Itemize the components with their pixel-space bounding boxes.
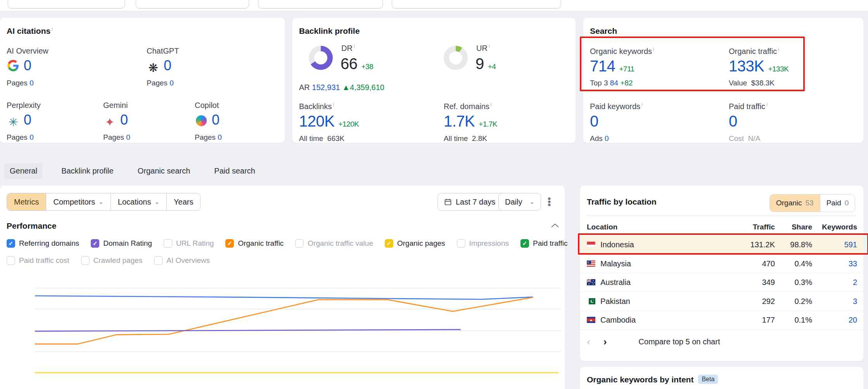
ar-value-link[interactable]: 152,931 [312, 83, 340, 92]
gemini-pages-link[interactable]: 0 [126, 133, 130, 141]
top-input-box-1[interactable] [8, 0, 125, 9]
column-header-keywords: Keywords [822, 223, 857, 231]
traffic-by-location-title: Traffic by location [587, 197, 657, 207]
compare-top5-button[interactable]: Compare top 5 on chart [638, 337, 720, 346]
ar-line: AR 152,931 ▲4,359,610 [299, 83, 384, 92]
cost-line: Cost N/A [729, 134, 760, 143]
chatgpt-pages-link[interactable]: 0 [169, 79, 174, 87]
country-flag-icon [587, 241, 595, 249]
organic-keywords-value[interactable]: 714+711 [590, 57, 635, 75]
keywords-count-link[interactable]: 20 [849, 316, 857, 325]
metric-checkbox[interactable]: Paid traffic cost [7, 256, 69, 265]
info-icon[interactable]: i [333, 102, 334, 107]
copilot-label: Copilot [195, 101, 219, 110]
keywords-count-link[interactable]: 3 [853, 297, 857, 306]
calendar-icon [444, 198, 452, 206]
perplexity-pages: Pages 0 [7, 133, 34, 142]
location-table-row[interactable]: Pakistan 292 0.2% 3 [580, 292, 863, 311]
metric-checkbox[interactable]: Organic traffic value [295, 239, 373, 248]
ads-value-link[interactable]: 0 [605, 134, 609, 142]
copilot-value[interactable]: 0 [195, 112, 220, 130]
performance-title: Performance [7, 221, 56, 231]
keywords-count-link[interactable]: 33 [849, 259, 857, 268]
info-icon[interactable]: i [52, 26, 53, 32]
info-icon[interactable]: i [778, 47, 779, 52]
ai-overview-pages-link[interactable]: 0 [29, 79, 34, 87]
tab-item[interactable]: Organic search [132, 163, 196, 179]
metric-checkbox-row-2: Paid traffic costCrawled pagesAI Overvie… [7, 256, 210, 265]
info-icon[interactable]: i [354, 43, 355, 49]
checkbox-icon [164, 239, 172, 248]
info-icon[interactable]: i [641, 102, 643, 107]
paid-keywords-value[interactable]: 0 [590, 113, 598, 130]
ref-domains-value[interactable]: 1.7K+1.7K [444, 113, 497, 130]
chatgpt-value[interactable]: ❋0 [147, 57, 171, 75]
ai-overview-pages: Pages 0 [7, 79, 34, 87]
metrics-chip[interactable]: Metrics [7, 193, 46, 210]
years-chip[interactable]: Years [167, 193, 200, 210]
info-icon[interactable]: i [766, 102, 768, 107]
prev-page-icon[interactable]: ‹ [587, 336, 590, 348]
metric-checkbox[interactable]: ✓Domain Rating [91, 239, 152, 248]
tab-item[interactable]: Backlink profile [56, 163, 119, 179]
metric-checkbox[interactable]: AI Overviews [154, 256, 210, 265]
metric-checkbox[interactable]: ✓Organic traffic [225, 239, 284, 248]
series-line-referring-domains [35, 296, 533, 299]
overview-main-card: Metrics Competitors⌄ Locations⌄ Years La… [0, 186, 565, 389]
metric-checkbox[interactable]: Crawled pages [81, 256, 143, 265]
next-page-icon[interactable]: › [603, 336, 607, 348]
country-flag-icon [587, 260, 595, 268]
competitors-chip[interactable]: Competitors⌄ [46, 193, 111, 210]
keywords-count-link[interactable]: 591 [844, 240, 857, 249]
tab-item[interactable]: Paid search [209, 163, 261, 179]
metric-checkbox[interactable]: ✓Organic pages [385, 239, 445, 248]
location-table-row[interactable]: Cambodia 177 0.1% 20 [580, 311, 863, 330]
perplexity-icon: ✳ [7, 115, 20, 129]
perplexity-pages-link[interactable]: 0 [29, 133, 34, 141]
top-input-box-4[interactable] [392, 0, 561, 9]
chevron-down-icon: ⌄ [154, 198, 159, 205]
location-table-row[interactable]: Indonesia 131.2K 98.8% 591 [580, 235, 863, 254]
checkbox-icon [154, 256, 163, 265]
perplexity-value[interactable]: ✳0 [7, 112, 31, 129]
country-flag-icon [587, 279, 595, 287]
top3-value-link[interactable]: 84 [610, 79, 618, 87]
intent-card: Organic keywords by intentBeta [580, 367, 863, 389]
more-options-icon[interactable]: ••• [548, 197, 551, 207]
info-icon[interactable]: i [653, 47, 654, 52]
column-header-share: Share [792, 223, 812, 231]
info-icon[interactable]: i [489, 43, 490, 49]
backlink-profile-title: Backlink profile [299, 26, 360, 36]
location-table-row[interactable]: Australia 349 0.3% 2 [580, 273, 863, 292]
collapse-chevron-icon[interactable] [551, 223, 559, 228]
organic-traffic-value[interactable]: 133K+133K [729, 57, 788, 75]
metric-checkbox[interactable]: URL Rating [164, 239, 214, 248]
country-flag-icon [587, 298, 595, 306]
granularity-dropdown[interactable]: Daily⌄ [498, 193, 541, 211]
organic-paid-toggle: Organic53 Paid0 [769, 194, 855, 212]
ai-overview-value[interactable]: 0 [7, 57, 31, 75]
gemini-value[interactable]: ✦0 [103, 112, 128, 129]
metric-checkbox[interactable]: ✓Paid traffic [520, 239, 567, 248]
top-input-box-2[interactable] [136, 0, 249, 9]
metric-checkbox[interactable]: ✓Referring domains [7, 239, 79, 248]
toggle-paid[interactable]: Paid0 [820, 194, 855, 212]
info-icon[interactable]: i [491, 102, 492, 107]
dashboard-screen: AI citationsi AI Overview 0 Pages 0 Chat… [0, 0, 868, 389]
divider [587, 215, 857, 215]
locations-chip[interactable]: Locations⌄ [111, 193, 167, 210]
top3-line: Top 3 84 +82 [590, 79, 633, 87]
paid-traffic-value[interactable]: 0 [729, 113, 737, 130]
toggle-organic[interactable]: Organic53 [770, 194, 820, 212]
top-input-box-3[interactable] [258, 0, 383, 9]
chatgpt-pages: Pages 0 [147, 79, 174, 87]
performance-line-chart[interactable] [0, 283, 565, 389]
keywords-count-link[interactable]: 2 [853, 278, 857, 287]
metric-checkbox[interactable]: Impressions [457, 239, 509, 248]
tab-item[interactable]: General [4, 163, 43, 179]
metric-checkbox-row-1: ✓Referring domains✓Domain RatingURL Rati… [7, 239, 567, 248]
backlinks-value[interactable]: 120K+120K [299, 113, 359, 130]
location-table-row[interactable]: Malaysia 470 0.4% 33 [580, 254, 863, 273]
copilot-pages-link[interactable]: 0 [218, 133, 222, 141]
ar-change: ▲4,359,610 [342, 83, 384, 92]
